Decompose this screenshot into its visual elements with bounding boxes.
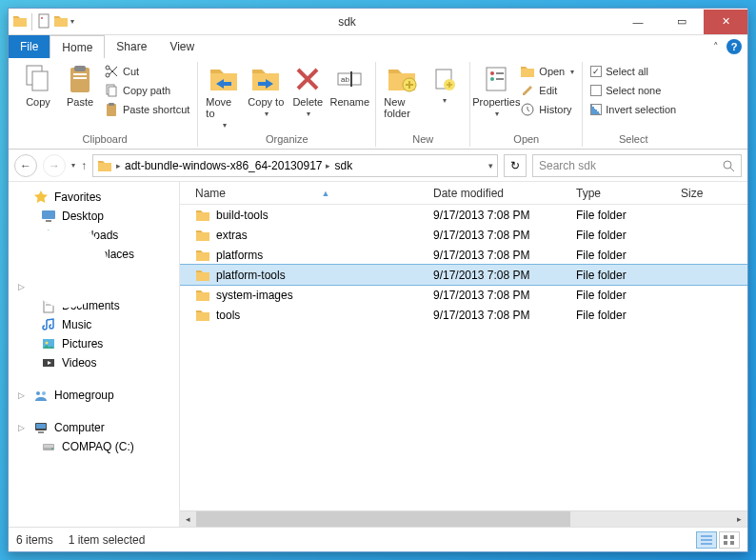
scroll-thumb[interactable] [196, 511, 570, 528]
search-icon [722, 159, 735, 172]
paste-button[interactable]: Paste [60, 62, 100, 110]
file-name: tools [216, 309, 240, 322]
crumb-parent[interactable]: adt-bundle-windows-x86_64-20130917 [125, 159, 322, 172]
svg-point-44 [724, 161, 731, 169]
delete-button[interactable]: Delete [288, 62, 328, 120]
selection-count: 1 item selected [69, 533, 146, 547]
group-new-label: New [412, 131, 433, 147]
folder-icon [195, 248, 210, 263]
file-type: File folder [570, 229, 675, 242]
file-date: 9/17/2013 7:08 PM [428, 209, 570, 222]
file-date: 9/17/2013 7:08 PM [428, 249, 570, 262]
nav-libraries[interactable]: ▷Libraries [14, 277, 179, 296]
help-button[interactable]: ? [726, 39, 742, 54]
qat-properties-icon[interactable] [36, 13, 51, 29]
ribbon: Copy Paste Cut Copy path Paste shortcut … [9, 58, 747, 150]
open-button[interactable]: Open [518, 62, 576, 81]
icons-view-button[interactable] [719, 531, 740, 549]
tab-view[interactable]: View [158, 35, 206, 58]
moveto-button[interactable]: Move to [204, 62, 244, 131]
forward-button[interactable]: → [43, 154, 66, 177]
rename-button[interactable]: Rename [329, 62, 369, 110]
breadcrumb[interactable]: ▸ adt-bundle-windows-x86_64-20130917 ▸ s… [92, 154, 498, 177]
crumb-current[interactable]: sdk [334, 159, 352, 172]
explorer-window: ▾ sdk — ▭ ✕ File Home Share View ˄ ? Cop… [8, 8, 748, 552]
window-title: sdk [78, 15, 616, 29]
details-view-button[interactable] [696, 531, 717, 549]
invertselection-button[interactable]: Invert selection [588, 100, 678, 119]
qat-newfolder-icon[interactable] [53, 13, 69, 29]
address-bar: ← → ▾ ↑ ▸ adt-bundle-windows-x86_64-2013… [9, 150, 747, 182]
content-area: Favorites Desktop Downloads Recent place… [9, 182, 747, 527]
folder-icon [195, 268, 210, 283]
item-count: 6 items [16, 533, 53, 547]
cut-button[interactable]: Cut [102, 62, 191, 81]
nav-drive-c[interactable]: COMPAQ (C:) [14, 437, 179, 456]
tab-home[interactable]: Home [50, 35, 105, 58]
newitem-button[interactable] [424, 62, 464, 107]
copyto-button[interactable]: Copy to [246, 62, 286, 120]
nav-pictures[interactable]: Pictures [14, 334, 179, 353]
newfolder-button[interactable]: New folder [382, 62, 422, 121]
maximize-button[interactable]: ▭ [660, 10, 704, 34]
tab-share[interactable]: Share [105, 35, 158, 58]
nav-music[interactable]: Music [14, 315, 179, 334]
svg-rect-52 [730, 541, 734, 545]
selectall-button[interactable]: ✓Select all [588, 62, 678, 81]
nav-documents[interactable]: Documents [14, 296, 179, 315]
file-row[interactable]: platform-tools9/17/2013 7:08 PMFile fold… [180, 265, 747, 285]
file-row[interactable]: system-images9/17/2013 7:08 PMFile folde… [180, 285, 747, 305]
nav-downloads[interactable]: Downloads [14, 226, 179, 245]
selectnone-button[interactable]: Select none [588, 81, 678, 100]
svg-rect-50 [730, 535, 734, 539]
search-input[interactable]: Search sdk [532, 154, 742, 177]
copypath-button[interactable]: Copy path [102, 81, 191, 100]
file-name: system-images [216, 289, 293, 302]
scroll-left-button[interactable]: ◂ [180, 511, 196, 528]
nav-computer[interactable]: ▷Computer [14, 418, 179, 437]
nav-videos[interactable]: Videos [14, 353, 179, 372]
col-name[interactable]: Name▲ [189, 187, 428, 200]
history-button[interactable]: History [518, 100, 576, 119]
refresh-button[interactable]: ↻ [504, 154, 527, 177]
file-date: 9/17/2013 7:08 PM [428, 309, 570, 322]
history-dropdown-icon[interactable]: ▾ [71, 161, 75, 170]
nav-desktop[interactable]: Desktop [14, 207, 179, 226]
file-list[interactable]: build-tools9/17/2013 7:08 PMFile foldere… [180, 205, 747, 510]
file-row[interactable]: platforms9/17/2013 7:08 PMFile folder [180, 245, 747, 265]
col-size[interactable]: Size [675, 187, 732, 200]
file-date: 9/17/2013 7:08 PM [428, 289, 570, 302]
file-row[interactable]: tools9/17/2013 7:08 PMFile folder [180, 305, 747, 325]
file-row[interactable]: build-tools9/17/2013 7:08 PMFile folder [180, 205, 747, 225]
file-type: File folder [570, 289, 675, 302]
col-type[interactable]: Type [570, 187, 675, 200]
scroll-right-button[interactable]: ▸ [731, 511, 747, 528]
svg-rect-51 [724, 541, 727, 545]
copy-button[interactable]: Copy [18, 62, 58, 110]
group-organize-label: Organize [266, 131, 308, 147]
edit-button[interactable]: Edit [518, 81, 576, 100]
file-name: build-tools [216, 209, 269, 222]
minimize-button[interactable]: — [616, 10, 660, 34]
horizontal-scrollbar[interactable]: ◂ ▸ [180, 510, 747, 527]
nav-favorites[interactable]: Favorites [14, 188, 179, 207]
group-select-label: Select [619, 131, 648, 147]
file-row[interactable]: extras9/17/2013 7:08 PMFile folder [180, 225, 747, 245]
nav-recent[interactable]: Recent places [14, 245, 179, 264]
properties-button[interactable]: Properties [476, 62, 516, 120]
status-bar: 6 items 1 item selected [9, 527, 747, 551]
close-button[interactable]: ✕ [704, 10, 747, 34]
folder-icon [195, 288, 210, 303]
pasteshortcut-button[interactable]: Paste shortcut [102, 100, 191, 119]
folder-icon [195, 308, 210, 323]
qat-dropdown-icon[interactable]: ▾ [70, 17, 74, 26]
tab-file[interactable]: File [9, 35, 50, 58]
ribbon-collapse-icon[interactable]: ˄ [713, 41, 719, 53]
file-date: 9/17/2013 7:08 PM [428, 229, 570, 242]
addr-dropdown-icon[interactable]: ▾ [488, 161, 493, 170]
back-button[interactable]: ← [14, 154, 37, 177]
nav-homegroup[interactable]: ▷Homegroup [14, 386, 179, 405]
window-icon [12, 13, 28, 29]
col-date[interactable]: Date modified [428, 187, 570, 200]
up-button[interactable]: ↑ [81, 159, 87, 172]
